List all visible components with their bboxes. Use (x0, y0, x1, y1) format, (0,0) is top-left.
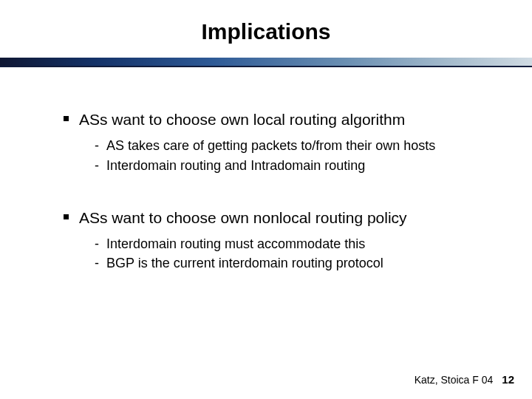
square-bullet-icon (64, 214, 69, 219)
sub-bullet-item: - Interdomain routing must accommodate t… (95, 233, 488, 253)
bullet-item: ASs want to choose own local routing alg… (64, 110, 488, 174)
sub-bullet-text: AS takes care of getting packets to/from… (106, 137, 435, 154)
footer: Katz, Stoica F 04 12 (415, 373, 514, 386)
sub-bullet-text: Interdomain routing and Intradomain rout… (106, 157, 365, 174)
dash-icon: - (95, 137, 99, 154)
sub-bullet-item: - AS takes care of getting packets to/fr… (95, 135, 488, 154)
square-bullet-icon (64, 116, 69, 121)
dash-icon: - (95, 157, 99, 174)
sub-bullet-text: BGP is the current interdomain routing p… (106, 254, 383, 272)
slide-title: Implications (0, 0, 532, 58)
bullet-text: ASs want to choose own nonlocal routing … (79, 208, 407, 228)
slide: Implications ASs want to choose own loca… (0, 0, 532, 399)
footer-credit: Katz, Stoica F 04 (415, 374, 494, 386)
bullet-item: ASs want to choose own nonlocal routing … (64, 208, 488, 273)
dash-icon: - (95, 235, 99, 253)
accent-bar (0, 58, 532, 66)
page-number: 12 (502, 373, 514, 386)
sub-bullet-item: - Interdomain routing and Intradomain ro… (95, 155, 488, 174)
sub-bullet-item: - BGP is the current interdomain routing… (95, 253, 488, 272)
content-area: ASs want to choose own local routing alg… (0, 67, 532, 273)
dash-icon: - (95, 254, 99, 272)
bullet-text: ASs want to choose own local routing alg… (79, 110, 405, 129)
sub-bullet-text: Interdomain routing must accommodate thi… (106, 235, 365, 253)
